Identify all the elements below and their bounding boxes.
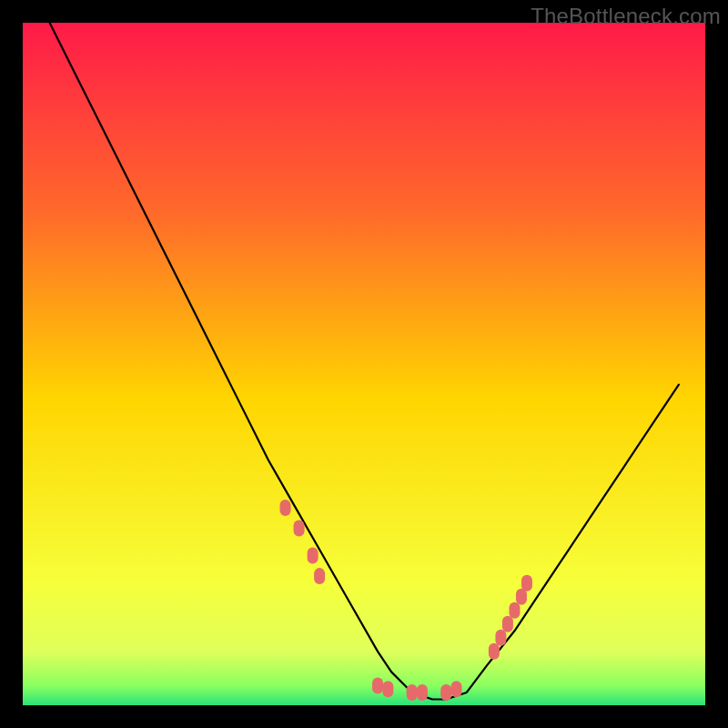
data-marker [417, 684, 428, 701]
gradient-background [22, 22, 706, 706]
data-marker [308, 548, 318, 564]
chart-canvas [22, 22, 706, 706]
data-marker [489, 643, 500, 660]
data-marker [407, 684, 418, 701]
data-marker [502, 616, 513, 632]
data-marker [509, 602, 520, 619]
data-marker [372, 677, 383, 693]
data-marker [440, 684, 451, 701]
plot-area-container [22, 22, 706, 706]
data-marker [521, 575, 532, 592]
data-marker [516, 589, 527, 605]
data-marker [314, 568, 325, 584]
data-marker [451, 681, 462, 697]
chart-stage: TheBottleneck.com [0, 0, 728, 728]
data-marker [280, 500, 291, 516]
data-marker [294, 520, 305, 536]
data-marker [495, 630, 506, 646]
data-marker [382, 681, 393, 697]
attribution-label: TheBottleneck.com [531, 4, 721, 29]
